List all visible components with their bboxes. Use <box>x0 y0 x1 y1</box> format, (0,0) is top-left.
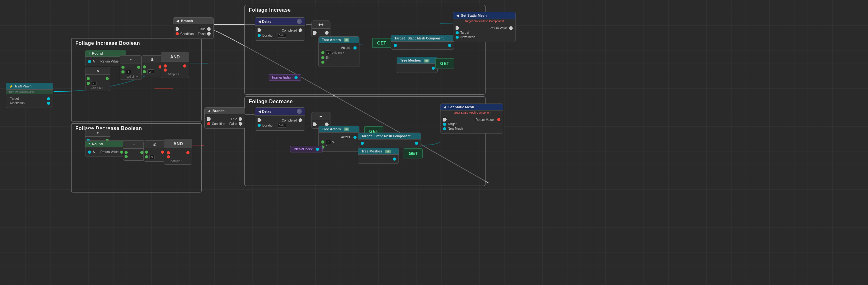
compare-b-in-2[interactable] <box>145 155 148 159</box>
interval-top-node[interactable]: Interval Index <box>269 74 301 81</box>
delay-bottom-node[interactable]: ◀ Delay L Completed Duration 0.04 <box>255 107 305 131</box>
and-b-pin-2[interactable] <box>167 155 170 159</box>
and-b-add-pin[interactable]: Add pin + <box>167 160 189 163</box>
inc-exec-out[interactable] <box>325 31 329 35</box>
target-pin[interactable] <box>47 97 50 101</box>
interval-bottom-pin[interactable] <box>316 148 319 151</box>
mult-4-val[interactable]: 4 <box>91 81 96 86</box>
compare-top-node[interactable]: ≥ 24 <box>141 55 163 76</box>
and-pin-2[interactable] <box>164 68 167 72</box>
minus-in-1[interactable] <box>121 66 125 69</box>
minus-out[interactable] <box>137 66 140 69</box>
get2-top-node[interactable]: GET <box>435 58 454 68</box>
duration-value-b[interactable]: 0.04 <box>277 123 287 127</box>
tree-meshes-b-out-pin[interactable] <box>393 158 396 161</box>
and-out[interactable] <box>183 64 186 67</box>
tree-actors-top-node[interactable]: Tree Actors III Actors 2 Add pin + % ^ <box>318 36 360 67</box>
minus-bottom-node[interactable]: - <box>123 140 145 161</box>
power-pin[interactable] <box>321 61 324 64</box>
completed-pin[interactable] <box>299 28 302 32</box>
tree-meshes-bottom-node[interactable]: Tree Meshes III <box>358 148 399 164</box>
true-pin[interactable] <box>207 27 211 31</box>
mult-out[interactable] <box>105 77 109 80</box>
set-mesh-new-pin[interactable] <box>456 36 459 39</box>
set-mesh-exec-out[interactable] <box>509 26 513 30</box>
eeg-pawn-node[interactable]: ⚡ EEGPawn from Persistent Level Target M… <box>6 83 53 108</box>
add-idx-pin[interactable] <box>321 51 324 54</box>
add-pin-label[interactable]: Add pin + <box>121 75 140 78</box>
set-mesh-top-node[interactable]: ◀ Set Static Mesh Target Static Mesh Com… <box>453 12 516 42</box>
duration-pin-b[interactable] <box>257 124 261 127</box>
actors-out-pin[interactable] <box>353 47 356 50</box>
set-mesh-b-new-pin[interactable] <box>443 127 446 130</box>
set-mesh-b-exec-in[interactable] <box>443 118 447 121</box>
compare-in[interactable] <box>143 65 146 68</box>
get-top-node[interactable]: GET <box>372 38 391 48</box>
cond-pin-b[interactable] <box>207 122 210 125</box>
val-24-label[interactable]: 24 <box>147 69 154 74</box>
exec-in-pin-b[interactable] <box>207 117 211 121</box>
smc-bottom-node[interactable]: Target Static Mesh Component <box>358 133 421 147</box>
true-pin-b[interactable] <box>239 117 243 121</box>
false-pin-b[interactable] <box>239 122 243 125</box>
smc-b-in[interactable] <box>361 142 364 145</box>
round-bottom-node[interactable]: f Round A Return Value <box>85 140 126 157</box>
meditation-pin[interactable] <box>47 102 50 105</box>
minus-b-in-1[interactable] <box>125 151 128 154</box>
compare-b-in[interactable] <box>145 150 148 154</box>
val-3-b[interactable]: 3 <box>326 140 331 144</box>
and-bottom-node[interactable]: AND Add pin + <box>164 139 192 165</box>
tree-actors-bottom-node[interactable]: Tree Actors III Actors 3 % ^ <box>318 125 360 152</box>
smc-out[interactable] <box>448 44 451 47</box>
duration-value[interactable]: 0.04 <box>277 33 287 37</box>
and-pin-1[interactable] <box>164 64 167 67</box>
exec-in-pin[interactable] <box>176 27 179 31</box>
delay-top-node[interactable]: ◀ Delay L Completed Duration 0.04 <box>255 17 305 41</box>
smc-b-out[interactable] <box>415 142 418 145</box>
inc-exec-in[interactable] <box>313 31 317 35</box>
interval-bottom-node[interactable]: Interval Index <box>290 146 322 152</box>
compare-b-out[interactable] <box>161 150 164 154</box>
mod-pin[interactable] <box>321 56 324 59</box>
mult-add-pin[interactable]: Add pin + <box>87 86 109 90</box>
add-pin-t[interactable]: Add pin + <box>332 51 344 54</box>
val-0-b[interactable]: 0 <box>150 155 155 159</box>
delay-b-exec-in[interactable] <box>257 118 261 122</box>
branch-bottom-node[interactable]: ◀ Branch True Condition False <box>204 107 245 129</box>
val-4-label[interactable]: 4 <box>126 70 131 74</box>
val-2-t[interactable]: 2 <box>326 51 331 55</box>
set-mesh-b-exec-out[interactable] <box>497 118 500 121</box>
false-pin[interactable] <box>207 32 211 36</box>
smc-top-node[interactable]: Target Static Mesh Component <box>391 35 454 50</box>
tree-meshes-top-node[interactable]: Tree Meshes III <box>397 57 438 73</box>
smc-in[interactable] <box>394 44 397 47</box>
delay-exec-in[interactable] <box>257 28 261 32</box>
interval-top-pin[interactable] <box>294 76 298 79</box>
add-idx-pin-b[interactable] <box>321 140 324 144</box>
minus-b-in-2[interactable] <box>125 155 128 158</box>
multiply-top-node[interactable]: × 4 Add pin + <box>85 67 110 91</box>
minus-in-2[interactable] <box>121 70 125 74</box>
minus-b-out[interactable] <box>140 151 144 154</box>
mult-in-1[interactable] <box>87 77 90 80</box>
and-top-node[interactable]: AND Add pin + <box>161 52 189 78</box>
and-b-out[interactable] <box>186 151 189 154</box>
get2-bottom-node[interactable]: GET <box>404 148 423 159</box>
and-b-pin-1[interactable] <box>167 151 170 154</box>
dec-exec-in[interactable] <box>313 122 317 126</box>
set-mesh-b-target-pin[interactable] <box>443 123 446 126</box>
completed-pin-b[interactable] <box>299 118 302 122</box>
round-b-a-pin[interactable] <box>88 150 91 154</box>
actors-b-out-pin[interactable] <box>353 136 356 139</box>
branch-top-node[interactable]: ◀ Branch True Condition False <box>173 17 214 39</box>
increment-top-node[interactable]: ++ <box>311 21 331 37</box>
compare-in-2[interactable] <box>143 70 146 73</box>
minus-top-node[interactable]: - 4 Add pin + <box>120 55 142 80</box>
mult-in-2[interactable] <box>87 82 90 85</box>
tree-meshes-out-pin[interactable] <box>432 66 435 70</box>
set-mesh-exec-in[interactable] <box>456 26 459 30</box>
round-a-pin[interactable] <box>88 60 91 63</box>
condition-pin[interactable] <box>176 32 179 35</box>
set-mesh-target-pin[interactable] <box>456 31 459 34</box>
and-add-pin[interactable]: Add pin + <box>164 73 186 76</box>
